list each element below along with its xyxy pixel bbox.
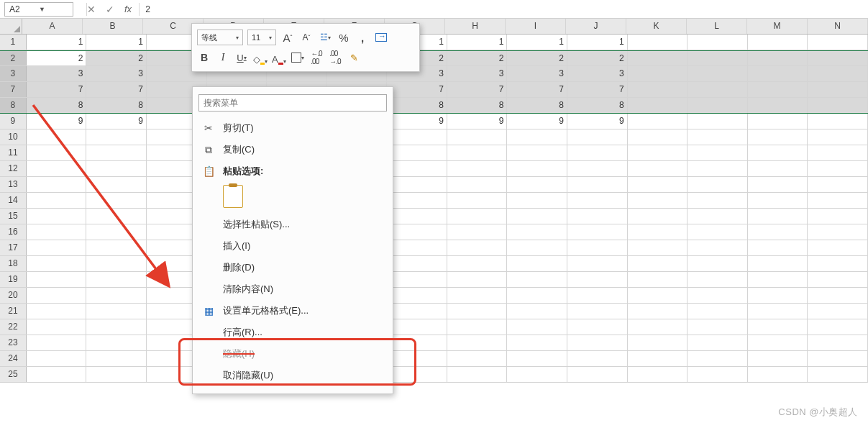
cell[interactable] — [628, 224, 688, 240]
cell[interactable] — [808, 256, 868, 271]
percent-icon[interactable]: % — [337, 30, 351, 45]
row-header[interactable]: 25 — [0, 367, 27, 382]
row-header[interactable]: 7 — [0, 82, 27, 97]
cell[interactable] — [808, 351, 868, 366]
row-header[interactable]: 8 — [0, 98, 27, 113]
menu-unhide[interactable]: 取消隐藏(U) — [193, 365, 393, 386]
comma-icon[interactable]: , — [355, 30, 370, 45]
cell[interactable] — [507, 209, 567, 224]
column-header[interactable]: M — [747, 19, 808, 34]
cell[interactable] — [567, 193, 628, 208]
cell[interactable] — [808, 367, 868, 382]
cell[interactable] — [567, 288, 628, 303]
cell[interactable] — [27, 367, 87, 382]
cell[interactable]: 8 — [567, 98, 628, 113]
cell[interactable]: 7 — [447, 82, 508, 97]
formula-value[interactable]: 2 — [145, 4, 150, 14]
cell[interactable] — [687, 272, 748, 287]
cell[interactable] — [808, 145, 868, 160]
cell[interactable] — [748, 224, 808, 240]
menu-row-height[interactable]: 行高(R)... — [193, 322, 393, 343]
cell[interactable] — [567, 129, 628, 145]
menu-cut[interactable]: ✂ 剪切(T) — [193, 117, 393, 139]
font-color-button[interactable]: A▾ — [272, 50, 286, 65]
cell[interactable]: 2 — [27, 51, 87, 65]
cell[interactable] — [628, 209, 688, 224]
cell[interactable] — [808, 51, 868, 65]
cell[interactable] — [808, 114, 868, 129]
cell[interactable] — [567, 351, 628, 366]
cell[interactable] — [808, 240, 868, 255]
cell[interactable]: 1 — [86, 35, 147, 50]
font-name-select[interactable]: 等线▾ — [197, 29, 243, 45]
cell[interactable] — [748, 351, 808, 366]
cell[interactable] — [687, 51, 748, 65]
cell[interactable]: 2 — [86, 51, 147, 65]
menu-copy[interactable]: ⧉ 复制(C) — [193, 139, 393, 160]
confirm-button[interactable]: ✓ — [106, 4, 114, 15]
cell[interactable] — [748, 288, 808, 303]
cell[interactable] — [748, 209, 808, 224]
row-header[interactable]: 13 — [0, 177, 27, 192]
increase-font-icon[interactable]: Aˆ — [280, 30, 295, 45]
cell[interactable] — [447, 161, 508, 176]
cell[interactable] — [687, 319, 748, 335]
cell[interactable] — [748, 51, 808, 65]
cell[interactable] — [748, 304, 808, 319]
cell[interactable] — [447, 209, 508, 224]
name-box[interactable]: A2 ▼ — [4, 2, 73, 17]
cell[interactable] — [447, 193, 508, 208]
cell[interactable] — [567, 256, 628, 271]
cell[interactable] — [748, 66, 808, 81]
cell[interactable] — [86, 177, 147, 192]
cell[interactable]: 2 — [447, 51, 508, 65]
cell[interactable] — [387, 224, 447, 240]
cell[interactable] — [86, 256, 147, 271]
cell[interactable] — [86, 193, 147, 208]
cell[interactable] — [387, 367, 447, 382]
cell[interactable] — [567, 240, 628, 255]
cell[interactable] — [387, 335, 447, 350]
cell[interactable] — [27, 256, 87, 271]
increase-decimal-icon[interactable]: ←.0.00 — [309, 50, 324, 65]
column-header[interactable]: A — [22, 19, 83, 34]
cell[interactable] — [567, 209, 628, 224]
cell[interactable] — [687, 367, 748, 382]
cell[interactable] — [687, 304, 748, 319]
cell[interactable] — [507, 240, 567, 255]
cell[interactable] — [687, 177, 748, 192]
cell[interactable]: 8 — [86, 98, 147, 113]
cell[interactable]: 1 — [447, 35, 508, 50]
cell[interactable] — [567, 367, 628, 382]
cell[interactable] — [387, 145, 447, 160]
row-header[interactable]: 14 — [0, 193, 27, 208]
cell[interactable] — [387, 272, 447, 287]
cell[interactable] — [387, 351, 447, 366]
cell[interactable] — [567, 161, 628, 176]
cell[interactable] — [748, 193, 808, 208]
cell[interactable] — [27, 319, 87, 335]
cell[interactable] — [808, 209, 868, 224]
cell[interactable]: 8 — [507, 98, 567, 113]
row-header[interactable]: 20 — [0, 288, 27, 303]
column-header[interactable]: I — [506, 19, 566, 34]
cell[interactable] — [447, 351, 508, 366]
cell[interactable] — [808, 35, 868, 50]
fill-color-button[interactable]: ◇▾ — [253, 50, 268, 65]
row-header[interactable]: 24 — [0, 351, 27, 366]
cell[interactable] — [748, 335, 808, 350]
cell[interactable]: 8 — [27, 98, 87, 113]
row-header[interactable]: 12 — [0, 161, 27, 176]
cell[interactable]: 1 — [27, 35, 87, 50]
cell[interactable] — [27, 304, 87, 319]
cell[interactable] — [447, 272, 508, 287]
row-header[interactable]: 1 — [0, 35, 27, 50]
cell[interactable] — [687, 98, 748, 113]
cell[interactable]: 7 — [86, 82, 147, 97]
cell[interactable] — [387, 177, 447, 192]
italic-button[interactable]: I — [216, 50, 230, 65]
cell[interactable] — [27, 193, 87, 208]
column-header[interactable]: B — [83, 19, 143, 34]
cell[interactable] — [748, 240, 808, 255]
column-header[interactable]: N — [808, 19, 868, 34]
